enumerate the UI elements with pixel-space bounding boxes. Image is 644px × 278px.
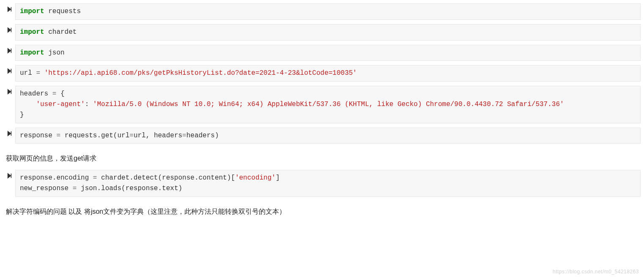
svg-marker-2 [8,28,11,33]
markdown-text: 获取网页的信息，发送get请求 [3,148,641,170]
code-cell: url = 'https://api.api68.com/pks/getPksH… [3,65,641,82]
code-input[interactable]: response = requests.get(url=url, headers… [15,128,641,144]
code-input[interactable]: url = 'https://api.api68.com/pks/getPksH… [15,65,641,82]
code-cell: import json [3,45,641,61]
run-cell-icon[interactable] [3,45,15,55]
code-cell: response.encoding = chardet.detect(respo… [3,170,641,197]
code-cell: response = requests.get(url=url, headers… [3,128,641,144]
run-cell-icon[interactable] [3,170,15,180]
code-cell: headers = { 'user-agent': 'Mozilla/5.0 (… [3,86,641,123]
svg-marker-4 [8,48,11,53]
run-cell-icon[interactable] [3,24,15,34]
svg-marker-0 [8,7,11,12]
code-input[interactable]: import chardet [15,24,641,41]
svg-marker-10 [8,131,11,136]
svg-marker-8 [8,90,11,94]
run-cell-icon[interactable] [3,86,15,96]
code-cell: import requests [3,3,641,20]
code-input[interactable]: import json [15,45,641,61]
code-cell: import chardet [3,24,641,41]
run-cell-icon[interactable] [3,3,15,14]
run-cell-icon[interactable] [3,65,15,75]
code-input[interactable]: headers = { 'user-agent': 'Mozilla/5.0 (… [15,86,641,123]
svg-marker-12 [8,174,11,178]
code-input[interactable]: response.encoding = chardet.detect(respo… [15,170,641,197]
code-input[interactable]: import requests [15,3,641,20]
markdown-text: 解决字符编码的问题 以及 将json文件变为字典（这里注意，此种方法只能转换双引… [3,201,641,223]
svg-marker-6 [8,69,11,74]
run-cell-icon[interactable] [3,128,15,138]
